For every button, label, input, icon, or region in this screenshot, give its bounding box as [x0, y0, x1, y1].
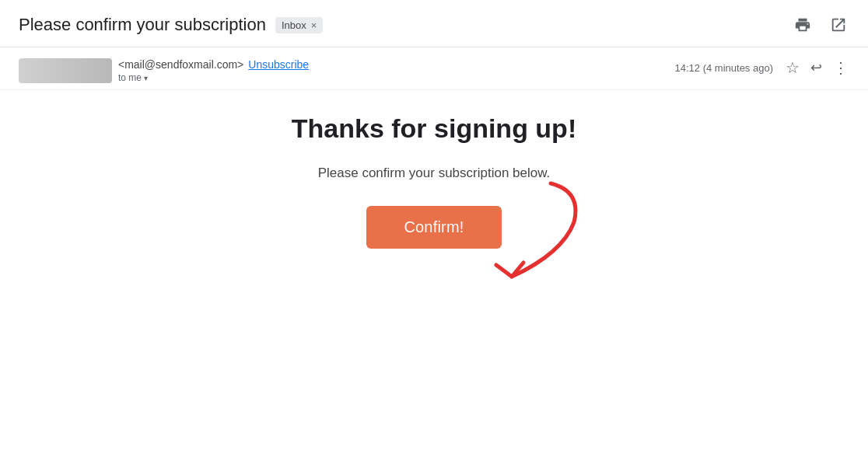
star-button[interactable]: ☆ — [786, 58, 800, 77]
inbox-badge: Inbox × — [275, 17, 323, 33]
email-body: Thanks for signing up! Please confirm yo… — [0, 90, 868, 264]
to-me-row[interactable]: to me ▾ — [118, 72, 309, 83]
email-subject: Please confirm your subscription — [19, 15, 266, 35]
more-options-button[interactable]: ⋮ — [833, 58, 849, 77]
sender-avatar — [19, 58, 112, 83]
confirm-button[interactable]: Confirm! — [366, 206, 501, 249]
thanks-heading: Thanks for signing up! — [292, 113, 576, 144]
email-timestamp: 14:12 (4 minutes ago) — [675, 62, 773, 74]
sender-row-right: 14:12 (4 minutes ago) ☆ ↩ ⋮ — [675, 58, 849, 77]
open-new-icon — [830, 16, 847, 33]
sender-email-line: <mail@sendfoxmail.com> Unsubscribe — [118, 58, 309, 71]
email-view: Please confirm your subscription Inbox ×… — [0, 0, 868, 474]
inbox-badge-close[interactable]: × — [311, 20, 317, 30]
email-header: Please confirm your subscription Inbox × — [0, 0, 868, 47]
to-me-chevron: ▾ — [144, 74, 148, 82]
print-button[interactable] — [792, 14, 814, 36]
sender-email-address: <mail@sendfoxmail.com> — [118, 58, 243, 71]
email-action-icons: ☆ ↩ ⋮ — [786, 58, 849, 77]
inbox-label: Inbox — [282, 19, 306, 31]
printer-icon — [794, 16, 811, 33]
open-new-window-button[interactable] — [828, 14, 849, 36]
sender-info: <mail@sendfoxmail.com> Unsubscribe to me… — [118, 58, 309, 83]
header-icons — [792, 14, 849, 36]
confirm-subscription-text: Please confirm your subscription below. — [318, 166, 551, 181]
sender-row: <mail@sendfoxmail.com> Unsubscribe to me… — [0, 47, 868, 90]
to-me-label: to me — [118, 72, 142, 83]
unsubscribe-link[interactable]: Unsubscribe — [248, 58, 309, 71]
reply-button[interactable]: ↩ — [810, 59, 822, 76]
